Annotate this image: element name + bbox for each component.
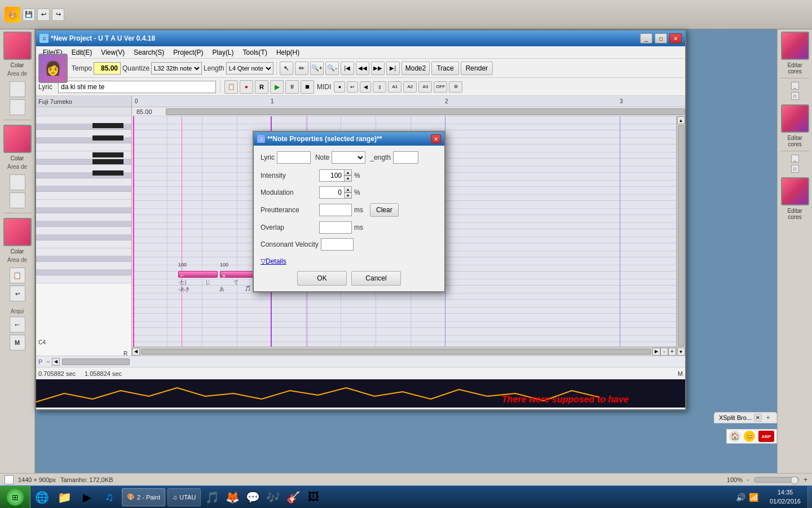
midi-btn4[interactable]: ||	[373, 81, 386, 93]
lyric-tool2[interactable]: ●	[240, 80, 253, 94]
left-go-back[interactable]: ←	[10, 317, 25, 332]
left-tool1[interactable]	[10, 81, 25, 97]
media-player-icon[interactable]: ▶	[77, 487, 97, 507]
new-tab-btn[interactable]: +	[764, 414, 772, 422]
extra-btn2[interactable]: A2	[403, 81, 417, 93]
browser-home-icon[interactable]: 🏠	[729, 431, 740, 442]
taskbar-app4[interactable]: 🎶	[263, 488, 283, 506]
browser-smile-icon[interactable]: 😊	[744, 431, 755, 442]
dialog-intensity-input[interactable]	[319, 169, 344, 182]
dialog-cancel-btn[interactable]: Cancel	[351, 271, 401, 286]
extra-btn5[interactable]: ⚙	[449, 81, 462, 93]
nav-next-btn[interactable]: ▶▶	[371, 62, 385, 75]
nav-prev-btn[interactable]: ◀◀	[356, 62, 369, 75]
tempo-input[interactable]	[94, 62, 121, 75]
zoom-slider-track[interactable]	[754, 477, 799, 483]
menu-edit[interactable]: Edit(E)	[67, 47, 97, 58]
midi-btn1[interactable]: ●	[334, 81, 345, 93]
clear-button[interactable]: Clear	[370, 203, 399, 217]
browser-abp-icon[interactable]: ABP	[758, 431, 774, 442]
taskbar-app5[interactable]: 🎸	[283, 488, 303, 506]
left-icon2[interactable]: ↩	[10, 286, 25, 301]
extra-btn4[interactable]: OFF	[434, 81, 447, 93]
render-btn[interactable]: Render	[461, 62, 493, 75]
pause-btn[interactable]: ⏸	[285, 80, 299, 94]
quantize-select[interactable]: L32 32th note	[151, 62, 202, 75]
trace-btn[interactable]: Trace	[431, 62, 458, 75]
menu-view[interactable]: View(V)	[96, 47, 129, 58]
lyric-input[interactable]	[58, 81, 216, 93]
menu-search[interactable]: Search(S)	[129, 47, 169, 58]
show-desktop-btn[interactable]	[807, 486, 812, 509]
volume-icon[interactable]: 🔊	[736, 493, 745, 502]
zoom-minus-btn[interactable]: -	[660, 348, 668, 356]
right-panel-ctrl4[interactable]: □	[791, 165, 799, 173]
modulation-down-btn[interactable]: ▼	[344, 192, 352, 199]
ie-icon[interactable]: 🌐	[32, 487, 52, 507]
status-checkbox[interactable]	[5, 475, 14, 484]
zoom-in-btn[interactable]: 🔍+	[310, 62, 324, 75]
right-panel-ctrl3[interactable]: _	[791, 155, 799, 163]
utau-close-btn[interactable]: ✕	[669, 33, 682, 43]
dialog-preutterance-input[interactable]	[319, 204, 352, 216]
zoom-out-btn[interactable]: 🔍-	[325, 62, 339, 75]
extra-btn3[interactable]: A3	[418, 81, 432, 93]
taskbar-app3[interactable]: 💬	[242, 488, 263, 506]
dialog-ok-btn[interactable]: OK	[297, 271, 347, 286]
dialog-length-input[interactable]	[393, 151, 418, 164]
taskbar-clock[interactable]: 14:35 01/02/2016	[763, 488, 807, 506]
horizontal-scroll-track[interactable]	[62, 358, 130, 365]
extra-btn1[interactable]: A1	[388, 81, 401, 93]
modulation-up-btn[interactable]: ▲	[344, 186, 352, 192]
play-btn[interactable]: ▶	[270, 80, 284, 94]
midi-btn2[interactable]: ↩	[347, 81, 358, 93]
scroll-left-small[interactable]: ◀	[52, 358, 60, 366]
dialog-note-select[interactable]	[332, 151, 365, 164]
zoom-plus-btn[interactable]: +	[668, 348, 676, 356]
scroll-down-btn[interactable]: ▼	[677, 348, 685, 356]
pencil-tool-btn[interactable]: ✏	[295, 62, 308, 75]
nav-end-btn[interactable]: ▶|	[386, 62, 400, 75]
taskbar-app2[interactable]: 🦊	[222, 488, 242, 506]
left-m-icon[interactable]: M	[10, 335, 25, 351]
dialog-lyric-input[interactable]	[277, 151, 311, 164]
intensity-up-btn[interactable]: ▲	[344, 169, 352, 176]
winamp-icon[interactable]: ♫	[99, 487, 120, 507]
nav-start-btn[interactable]: |◀	[341, 62, 354, 75]
utau-minimize-btn[interactable]: _	[640, 33, 652, 43]
lyric-r-btn[interactable]: R	[255, 80, 268, 94]
right-panel-ctrl2[interactable]: □	[791, 92, 799, 100]
right-panel-ctrl1[interactable]: _	[791, 82, 799, 90]
scroll-right-btn[interactable]: ▶	[652, 348, 660, 356]
utau-maximize-btn[interactable]: □	[655, 33, 667, 43]
note-block-1[interactable]: だ	[178, 271, 218, 278]
length-select[interactable]: L4 Qter note	[226, 62, 273, 75]
app-quick-redo[interactable]: ↪	[52, 8, 64, 21]
lyric-tool1[interactable]: 📋	[224, 80, 238, 94]
dialog-close-btn[interactable]: ✕	[431, 134, 441, 143]
intensity-down-btn[interactable]: ▼	[344, 176, 352, 182]
menu-help[interactable]: Help(H)	[272, 47, 304, 58]
cursor-tool-btn[interactable]: ↖	[280, 62, 293, 75]
left-tool4[interactable]	[10, 192, 25, 208]
left-tool3[interactable]	[10, 174, 25, 190]
taskbar-app1[interactable]: 🎵	[202, 488, 222, 506]
dialog-overlap-input[interactable]	[319, 221, 352, 234]
app-quick-save[interactable]: 💾	[23, 8, 35, 21]
explorer-icon[interactable]: 📁	[54, 487, 74, 507]
midi-btn3[interactable]: ◀	[360, 81, 371, 93]
taskbar-app6[interactable]: 🖼	[303, 488, 324, 506]
taskbar-item-paint[interactable]: 🎨 2 - Paint	[122, 488, 165, 506]
zoom-slider-minus[interactable]: -	[747, 476, 749, 484]
stop-btn[interactable]: ⏹	[301, 80, 314, 94]
menu-project[interactable]: Project(P)	[169, 47, 208, 58]
menu-play[interactable]: Play(L)	[208, 47, 239, 58]
menu-tools[interactable]: Tools(T)	[239, 47, 272, 58]
network-icon[interactable]: 📶	[749, 493, 758, 502]
taskbar-item-utau[interactable]: ♫ UTAU	[167, 488, 201, 506]
details-link[interactable]: ▽Details	[261, 257, 286, 265]
left-icon1[interactable]: 📋	[10, 268, 25, 283]
mode2-btn[interactable]: Mode2	[401, 62, 430, 75]
scroll-up-btn[interactable]: ▲	[677, 116, 685, 124]
dialog-cv-input[interactable]	[321, 238, 354, 251]
